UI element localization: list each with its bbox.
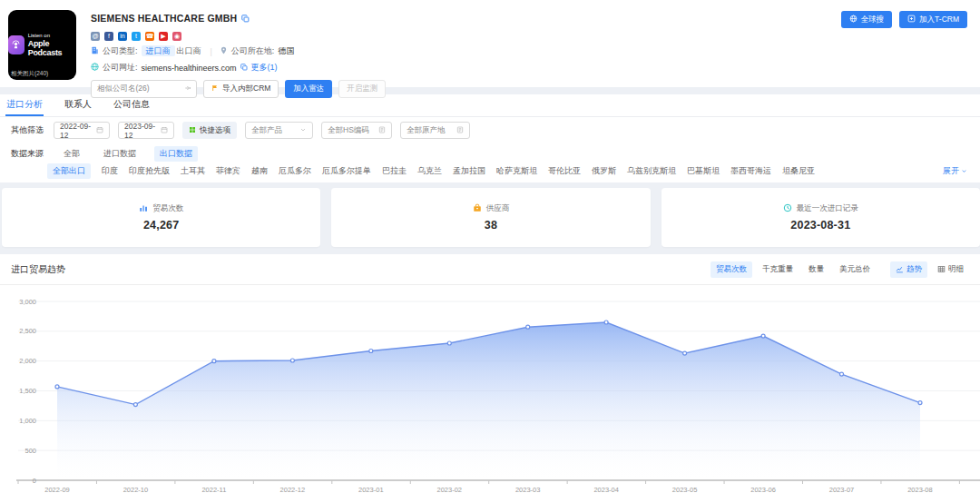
svg-text:3,000: 3,000 [19,298,36,306]
stat-card: 供应商38 [331,188,650,247]
country-tab[interactable]: 厄瓜多尔 [279,165,311,177]
facebook-icon[interactable]: f [104,32,113,41]
location-value: 德国 [278,45,294,57]
company-type-tag[interactable]: 进口商 [142,45,175,56]
similar-company-input[interactable]: 相似公司名(26) [91,80,197,98]
website-icon[interactable]: @ [91,32,100,41]
global-search-button[interactable]: 全球搜 [841,11,893,28]
source-option[interactable]: 全部 [58,146,85,162]
company-type-label: 公司类型: [103,45,138,57]
country-tabs-row: 全部出口印度印度抢先版土耳其菲律宾越南厄瓜多尔厄瓜多尔提单巴拉圭乌克兰孟加拉国哈… [0,163,980,182]
source-option[interactable]: 进口数据 [98,146,142,162]
location-icon [220,46,228,56]
podcast-badge-text: Listen on Apple Podcasts [28,33,76,58]
country-tab[interactable]: 墨西哥海运 [730,165,771,177]
clock-icon [783,203,792,214]
table-icon [937,265,946,275]
filter-row: 其他筛选 2022-09-12 2023-09-12 快捷选项 全部产品 全部H… [0,117,980,143]
stat-label: 贸易次数 [152,203,183,214]
country-tab[interactable]: 坦桑尼亚 [782,165,815,177]
country-tab[interactable]: 印度 [102,165,118,177]
supplier-icon [473,203,482,214]
svg-text:2,500: 2,500 [19,327,36,335]
source-option[interactable]: 出口数据 [154,146,198,162]
trend-line-icon [896,265,904,275]
country-tab[interactable]: 俄罗斯 [592,165,616,177]
svg-text:2023-01: 2023-01 [358,486,384,493]
company-type-row: 公司类型: 进口商出口商 | 公司所在地: 德国 [91,45,386,57]
stat-card: 贸易次数24,267 [2,188,320,247]
end-date-input[interactable]: 2023-09-12 [118,122,174,139]
copy-website-icon[interactable] [240,64,248,73]
website-label: 公司网址: [103,62,138,74]
metric-button-数量[interactable]: 数量 [803,261,829,278]
origin-input[interactable]: 全部原产地 [400,122,470,139]
phone-icon[interactable]: ☎ [145,32,154,41]
country-tab[interactable]: 菲律宾 [216,165,240,177]
add-tcrm-button[interactable]: 加入T-CRM [899,11,967,28]
metric-button-美元总价[interactable]: 美元总价 [834,261,876,278]
company-image[interactable]: Listen on Apple Podcasts 相关图片(240) [8,10,76,80]
country-tab[interactable]: 哥伦比亚 [548,165,581,177]
svg-text:2023-05: 2023-05 [672,486,698,493]
data-source-options: 全部进口数据出口数据 [58,146,198,162]
start-date-input[interactable]: 2022-09-12 [54,122,110,139]
import-crm-button[interactable]: 导入内部CRM [203,80,279,98]
view-button-趋势[interactable]: 趋势 [890,261,927,278]
company-type-tags: 进口商出口商 [142,45,203,57]
youtube-icon[interactable]: ▶ [159,32,168,41]
other-filter-label: 其他筛选 [11,124,44,136]
website-row: 公司网址: siemens-healthineers.com 更多(1) [91,62,386,74]
data-source-label: 数据来源 [11,148,44,160]
svg-text:2023-03: 2023-03 [515,486,541,493]
tab-进口分析[interactable]: 进口分析 [5,94,44,116]
image-caption: 相关图片(240) [11,70,48,78]
stat-value: 2023-08-31 [790,219,850,232]
website-value[interactable]: siemens-healthineers.com [142,64,237,73]
svg-text:2023-08: 2023-08 [907,486,933,493]
svg-text:2022-11: 2022-11 [201,486,226,493]
svg-text:2023-06: 2023-06 [750,486,776,493]
add-radar-button[interactable]: 加入雷达 [285,80,332,98]
analysis-panel: 进口分析联系人公司信息 其他筛选 2022-09-12 2023-09-12 快… [0,94,980,182]
country-tab[interactable]: 越南 [251,165,268,177]
calendar-icon [161,126,168,135]
country-tab[interactable]: 巴拉圭 [382,165,407,177]
view-button-明细[interactable]: 明细 [932,261,969,278]
country-tab[interactable]: 巴基斯坦 [687,165,720,177]
company-type-tag[interactable]: 出口商 [175,45,203,56]
hs-code-input[interactable]: 全部HS编码 [321,122,392,139]
linkedin-icon[interactable]: in [118,32,127,41]
instagram-icon[interactable]: ◉ [172,32,181,41]
metric-button-贸易次数[interactable]: 贸易次数 [710,261,752,278]
svg-text:1,500: 1,500 [19,387,36,395]
quick-options-button[interactable]: 快捷选项 [182,122,237,139]
expand-link[interactable]: 展开 [943,165,967,177]
country-tab[interactable]: 孟加拉国 [453,165,485,177]
quick-options-icon [189,126,196,135]
data-source-row: 数据来源 全部进口数据出口数据 [0,143,980,163]
trend-section: 进口贸易趋势 贸易次数千克重量数量美元总价趋势明细 05001,0001,500… [0,254,980,493]
country-tab[interactable]: 哈萨克斯坦 [496,165,537,177]
country-tab[interactable]: 印度抢先版 [129,165,170,177]
tab-联系人[interactable]: 联系人 [64,94,93,116]
header-actions: 全球搜 加入T-CRM [841,11,967,28]
country-tab[interactable]: 土耳其 [181,165,205,177]
social-icons-row: @fint☎▶◉ [91,32,386,41]
building-icon [91,46,99,56]
company-actions-row: 相似公司名(26) 导入内部CRM 加入雷达 开启监测 [91,80,386,98]
start-monitor-button[interactable]: 开启监测 [338,80,386,98]
twitter-icon[interactable]: t [132,32,141,41]
list-icon [378,126,386,135]
trend-title: 进口贸易趋势 [11,263,65,276]
svg-text:2022-09: 2022-09 [44,486,70,493]
country-tab[interactable]: 乌兹别克斯坦 [627,165,676,177]
country-tab[interactable]: 全部出口 [47,163,91,179]
more-websites-link[interactable]: 更多(1) [251,62,278,74]
metric-button-千克重量[interactable]: 千克重量 [757,261,799,278]
chevron-down-icon [299,126,307,135]
copy-company-name-icon[interactable] [241,10,250,26]
product-select[interactable]: 全部产品 [245,122,313,139]
country-tab[interactable]: 乌克兰 [417,165,442,177]
country-tab[interactable]: 厄瓜多尔提单 [322,165,371,177]
